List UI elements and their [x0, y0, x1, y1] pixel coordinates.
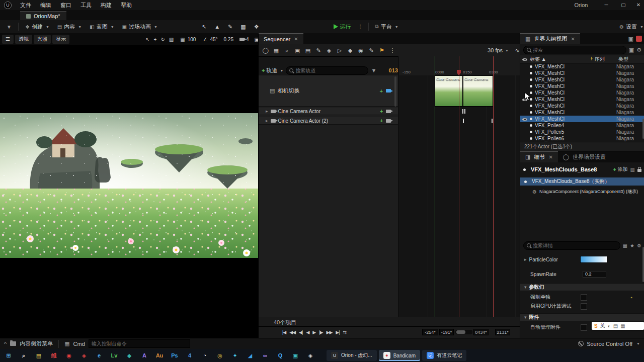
play-icon[interactable]: ▶: [312, 330, 315, 335]
expand-icon[interactable]: ▸: [266, 109, 268, 114]
range-start-field[interactable]: -254*: [422, 329, 438, 335]
ime-lang-toggle[interactable]: 英: [600, 322, 605, 329]
track-search-input[interactable]: [295, 68, 365, 73]
loop-icon[interactable]: ⇆: [343, 330, 347, 335]
create-button[interactable]: ❖创建▼: [22, 21, 53, 32]
taskbar-window-orion[interactable]: UOrion - 虚幻...: [327, 350, 377, 361]
menu-item-窗口[interactable]: 窗口: [56, 0, 76, 10]
minimize-button[interactable]: ─: [599, 0, 614, 10]
keyframe-mark[interactable]: [463, 119, 464, 123]
tracks-filter-icon[interactable]: ▦: [271, 45, 281, 55]
outliner-search-input[interactable]: [533, 47, 623, 53]
maximize-button[interactable]: ▢: [616, 0, 631, 10]
favorites-icon[interactable]: ★: [630, 243, 634, 248]
content-drawer-button[interactable]: 内容侧滑菜单: [20, 340, 53, 347]
details-settings-icon[interactable]: ⚙: [637, 243, 641, 248]
foliage-mode-button[interactable]: ✎: [224, 21, 236, 32]
jump-start-icon[interactable]: |◀: [282, 330, 286, 335]
details-lock-icon[interactable]: [637, 169, 641, 172]
camera-cut-clip-2[interactable]: Cine Camera: [463, 75, 493, 107]
close-tab-icon[interactable]: ✕: [548, 154, 552, 160]
menu-item-文件[interactable]: 文件: [16, 0, 36, 10]
move-icon[interactable]: +: [153, 37, 158, 42]
next-keyframe-icon[interactable]: ▶▶: [326, 330, 332, 335]
rotate-icon[interactable]: ↻: [159, 37, 166, 42]
taskbar-icon-start[interactable]: ⊞: [3, 349, 15, 361]
timeline-lanes[interactable]: Cine Camera Cine Camera: [398, 75, 521, 317]
blueprint-button[interactable]: ◧蓝图▼: [86, 21, 117, 32]
playback-end-line[interactable]: [493, 56, 494, 317]
settings-button[interactable]: ⚙设置▼: [616, 21, 644, 32]
fps-button[interactable]: 30 fps▼: [485, 47, 512, 53]
create-camera-icon[interactable]: ▣: [292, 45, 302, 55]
particle-color-row[interactable]: ▸ ParticleColor: [520, 255, 644, 264]
play-options-icon[interactable]: ⋮: [356, 24, 365, 30]
ime-keyboard-icon[interactable]: ▤: [613, 323, 618, 329]
outliner-row[interactable]: VFX_MeshClNiagara: [520, 70, 644, 76]
component-row[interactable]: ⚙ NiagaraComponent (NiagaraComponent0) (…: [520, 188, 644, 196]
keyframe-mark[interactable]: [464, 109, 465, 114]
menu-item-帮助[interactable]: 帮助: [116, 0, 136, 10]
ime-toolbar[interactable]: S 英 ◐ ▤ ▦: [592, 322, 644, 330]
taskbar-icon-app-teal[interactable]: ◆: [123, 349, 135, 361]
pilot-camera-icon[interactable]: [386, 119, 391, 123]
sparkle-icon[interactable]: ⋆: [630, 295, 633, 300]
visibility-column-header[interactable]: [522, 57, 530, 62]
status-icon[interactable]: [636, 36, 642, 42]
type-column-header[interactable]: 类型: [618, 56, 644, 63]
playhead-line[interactable]: [459, 56, 459, 317]
expand-drawer-icon[interactable]: ^: [4, 341, 7, 347]
step-forward-icon[interactable]: |▶: [319, 330, 323, 335]
outliner-row[interactable]: VFX_MeshClNiagara: [520, 109, 644, 116]
view-start-field[interactable]: -191*: [439, 329, 454, 335]
outliner-row[interactable]: VFX_MeshClNiagara: [520, 63, 644, 70]
color-gradient-swatch[interactable]: [580, 256, 607, 263]
tab-details[interactable]: ◨ 细节 ✕: [520, 151, 558, 162]
console-input[interactable]: [89, 339, 190, 348]
outliner-row[interactable]: VFX_MeshClNiagara: [520, 89, 644, 96]
grid-snap-control[interactable]: ▦100: [178, 37, 197, 42]
taskbar-window-bandicam[interactable]: ●Bandicam: [379, 350, 420, 361]
search-icon[interactable]: ⌕: [282, 45, 292, 55]
content-button[interactable]: ▤内容▼: [54, 21, 85, 32]
taskbar-icon-chrome[interactable]: ◎: [214, 349, 226, 361]
outliner-settings-icon[interactable]: ⚙: [636, 47, 641, 53]
menu-item-编辑[interactable]: 编辑: [36, 0, 56, 10]
ime-moon-icon[interactable]: ◐: [608, 323, 611, 329]
taskbar-icon-app-red-3[interactable]: ◈: [78, 349, 90, 361]
menu-item-工具[interactable]: 工具: [76, 0, 96, 10]
sogou-icon[interactable]: S: [594, 323, 598, 329]
unreal-logo-icon[interactable]: U: [4, 2, 12, 9]
taskbar-icon-vscode[interactable]: ◢: [244, 349, 256, 361]
cinematics-button[interactable]: ▣过场动画▼: [119, 21, 161, 32]
tab-world-settings[interactable]: ◯ 世界场景设置: [558, 151, 611, 162]
keyframe-mark[interactable]: [492, 119, 493, 123]
taskbar-icon-search[interactable]: ⌕: [18, 349, 30, 361]
label-column-header[interactable]: 标签 ▲: [530, 56, 590, 63]
add-track-button[interactable]: + 轨道▼: [262, 67, 283, 74]
outliner-row[interactable]: VFX_Pollen4Niagara: [520, 122, 644, 129]
expand-icon[interactable]: ▸: [266, 118, 268, 123]
taskbar-icon-app-blue-4[interactable]: 4: [184, 349, 196, 361]
add-marker-icon[interactable]: ◆: [345, 45, 355, 55]
layout-icon[interactable]: ▣: [628, 36, 633, 42]
taskbar-icon-app-green-live[interactable]: Lv: [108, 349, 120, 361]
scale-snap-control[interactable]: 0.25: [222, 37, 235, 42]
outliner-row[interactable]: VFX_Pollen5Niagara: [520, 129, 644, 135]
source-control-button[interactable]: Source Control Off▼: [578, 341, 640, 347]
outliner-row[interactable]: VFX_MeshClNiagara: [520, 103, 644, 109]
taskbar-icon-app-blue-q[interactable]: Q: [274, 349, 286, 361]
auto-attach-checkbox[interactable]: [581, 324, 587, 331]
edit-options-icon[interactable]: ✎: [366, 45, 376, 55]
browse-icon[interactable]: ▥: [630, 167, 635, 172]
track-cine-camera-1[interactable]: ▸ Cine Camera Actor +: [259, 108, 398, 115]
visibility-toggle[interactable]: [522, 117, 530, 122]
view-end-field[interactable]: 0434*: [473, 329, 489, 335]
close-button[interactable]: ✕: [631, 0, 644, 10]
track-camera-cuts[interactable]: ▤ 相机切换 +: [259, 75, 398, 107]
timeline-scrollbar[interactable]: [455, 330, 472, 334]
range-end-field[interactable]: 2131*: [495, 329, 510, 335]
taskbar-icon-visual-studio[interactable]: ∞: [259, 349, 271, 361]
add-camera-cut-icon[interactable]: +: [380, 88, 383, 94]
tab-orionmap[interactable]: OrionMap*: [20, 11, 66, 21]
